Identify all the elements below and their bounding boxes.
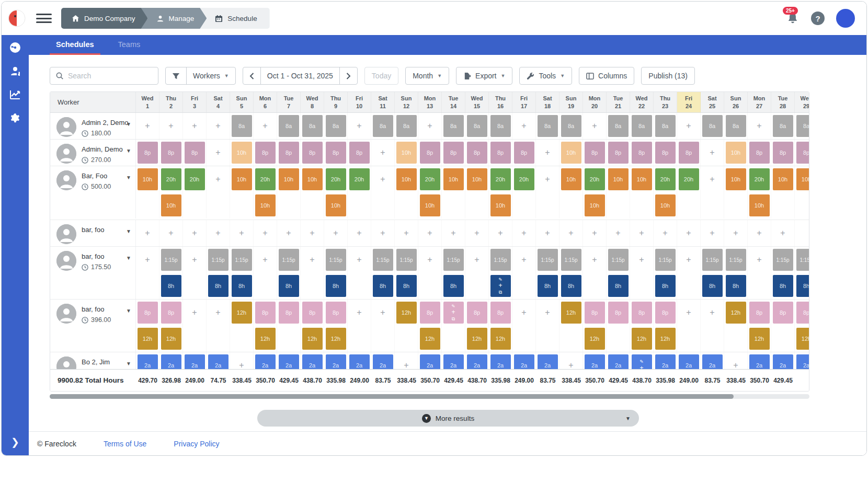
shift-cell[interactable]: 2a bbox=[749, 354, 770, 369]
shift-cell[interactable]: 8h bbox=[726, 275, 746, 297]
shift-cell[interactable]: 8a bbox=[443, 115, 464, 137]
add-shift-icon[interactable]: + bbox=[639, 365, 643, 369]
shift-cell[interactable]: 12h bbox=[749, 328, 770, 350]
add-shift-button[interactable]: + bbox=[239, 361, 244, 369]
shift-cell[interactable]: 8a bbox=[655, 115, 676, 137]
shift-cell[interactable]: 10h bbox=[632, 168, 652, 190]
add-shift-button[interactable]: + bbox=[215, 175, 220, 184]
add-shift-button[interactable]: + bbox=[710, 308, 714, 317]
add-shift-icon[interactable]: + bbox=[451, 309, 455, 316]
shift-cell[interactable]: 8p bbox=[796, 302, 809, 324]
shift-cell[interactable]: 10h bbox=[490, 194, 511, 216]
add-shift-button[interactable]: + bbox=[262, 228, 267, 238]
terms-link[interactable]: Terms of Use bbox=[104, 440, 146, 448]
shift-cell[interactable]: 12h bbox=[796, 328, 809, 350]
shift-cell[interactable]: 12h bbox=[396, 302, 417, 324]
add-shift-button[interactable]: + bbox=[686, 121, 691, 131]
shift-cell[interactable]: 10h bbox=[749, 194, 770, 216]
shift-cell[interactable]: 20h bbox=[490, 168, 511, 190]
shift-cell[interactable]: 2a bbox=[279, 354, 299, 369]
shift-cell[interactable]: 8a bbox=[302, 115, 323, 137]
shift-cell[interactable]: 8h bbox=[538, 275, 558, 297]
add-shift-button[interactable]: + bbox=[192, 255, 197, 264]
shift-cell[interactable]: 1:15p bbox=[796, 249, 809, 271]
add-shift-button[interactable]: + bbox=[474, 255, 479, 264]
shift-cell[interactable]: 12h bbox=[255, 328, 276, 350]
shift-cell[interactable]: 8h bbox=[326, 275, 346, 297]
next-period-button[interactable] bbox=[339, 67, 357, 84]
shift-cell[interactable]: 10h bbox=[796, 168, 809, 190]
shift-cell[interactable]: 8p bbox=[420, 142, 440, 164]
shift-cell[interactable]: ✎+⧉ bbox=[443, 302, 464, 324]
shift-cell[interactable]: 2a bbox=[490, 354, 511, 369]
worker-row-expand-icon[interactable]: ▼ bbox=[126, 228, 131, 234]
add-shift-button[interactable]: + bbox=[192, 121, 197, 131]
shift-cell[interactable]: 8p bbox=[490, 142, 511, 164]
add-shift-button[interactable]: + bbox=[663, 228, 667, 238]
shift-cell[interactable]: 8p bbox=[255, 142, 276, 164]
add-shift-button[interactable]: + bbox=[710, 148, 714, 157]
add-shift-button[interactable]: + bbox=[686, 228, 691, 238]
privacy-link[interactable]: Privacy Policy bbox=[174, 440, 219, 448]
shift-cell[interactable]: 2a bbox=[373, 354, 393, 369]
shift-cell[interactable]: 20h bbox=[655, 168, 676, 190]
shift-cell[interactable]: 20h bbox=[161, 168, 181, 190]
shift-cell[interactable]: 8h bbox=[232, 275, 252, 297]
shift-cell[interactable]: 12h bbox=[655, 328, 676, 350]
shift-cell[interactable]: 8p bbox=[632, 302, 652, 324]
shift-cell[interactable]: 8p bbox=[749, 142, 770, 164]
shift-cell[interactable]: 8a bbox=[632, 115, 652, 137]
shift-cell[interactable]: 2a bbox=[796, 354, 809, 369]
search-input[interactable] bbox=[68, 72, 146, 80]
add-shift-button[interactable]: + bbox=[568, 361, 573, 369]
publish-button[interactable]: Publish (13) bbox=[641, 67, 695, 85]
shift-cell[interactable]: 8a bbox=[773, 115, 793, 137]
reports-icon[interactable] bbox=[7, 87, 23, 102]
shift-cell[interactable]: 8p bbox=[420, 302, 440, 324]
filter-button[interactable] bbox=[166, 67, 186, 84]
shift-cell[interactable]: 20h bbox=[326, 168, 346, 190]
shift-cell[interactable]: 2a bbox=[773, 354, 793, 369]
shift-cell[interactable]: 8a bbox=[608, 115, 629, 137]
shift-cell[interactable]: 2a bbox=[326, 354, 346, 369]
shift-cell[interactable]: 10h bbox=[326, 194, 346, 216]
shift-cell[interactable]: 8p bbox=[279, 142, 299, 164]
shift-cell[interactable]: 20h bbox=[749, 168, 770, 190]
shift-cell[interactable]: 10h bbox=[467, 168, 487, 190]
more-results-button[interactable]: ▼ More results ▼ bbox=[257, 410, 639, 427]
add-shift-button[interactable]: + bbox=[710, 228, 714, 238]
shift-cell[interactable]: 1:15p bbox=[726, 249, 746, 271]
shift-cell[interactable]: 1:15p bbox=[561, 249, 581, 271]
add-shift-button[interactable]: + bbox=[474, 228, 479, 238]
shift-cell[interactable]: 10h bbox=[561, 168, 581, 190]
shift-cell[interactable]: 12h bbox=[490, 328, 511, 350]
shift-cell[interactable]: 8h bbox=[279, 275, 299, 297]
add-shift-button[interactable]: + bbox=[380, 148, 385, 157]
shift-cell[interactable]: 8a bbox=[326, 115, 346, 137]
add-shift-button[interactable]: + bbox=[145, 121, 150, 131]
add-shift-button[interactable]: + bbox=[780, 228, 785, 238]
shift-cell[interactable]: 8p bbox=[255, 302, 276, 324]
shift-cell[interactable]: 2a bbox=[655, 354, 676, 369]
shift-cell[interactable]: 2a bbox=[679, 354, 699, 369]
shift-cell[interactable]: 12h bbox=[467, 328, 487, 350]
add-shift-button[interactable]: + bbox=[310, 228, 314, 238]
shift-cell[interactable]: 8p bbox=[279, 302, 299, 324]
shift-cell[interactable]: 8a bbox=[396, 115, 417, 137]
shift-cell[interactable]: 8p bbox=[349, 142, 370, 164]
add-shift-button[interactable]: + bbox=[686, 308, 691, 317]
add-shift-button[interactable]: + bbox=[545, 228, 550, 238]
shift-cell[interactable]: 10h bbox=[561, 142, 581, 164]
add-shift-button[interactable]: + bbox=[215, 308, 220, 317]
shift-cell[interactable]: 1:15p bbox=[443, 249, 464, 271]
shift-cell[interactable]: 1:15p bbox=[490, 249, 511, 271]
shift-cell[interactable]: 12h bbox=[420, 328, 440, 350]
shift-cell[interactable]: 1:15p bbox=[279, 249, 299, 271]
add-shift-button[interactable]: + bbox=[686, 255, 691, 264]
shift-cell[interactable]: 10h bbox=[443, 168, 464, 190]
add-shift-button[interactable]: + bbox=[357, 228, 361, 238]
add-shift-button[interactable]: + bbox=[592, 255, 597, 264]
shift-cell[interactable]: 1:15p bbox=[608, 249, 629, 271]
settings-icon[interactable] bbox=[7, 110, 23, 126]
shift-cell[interactable]: 8p bbox=[138, 302, 158, 324]
